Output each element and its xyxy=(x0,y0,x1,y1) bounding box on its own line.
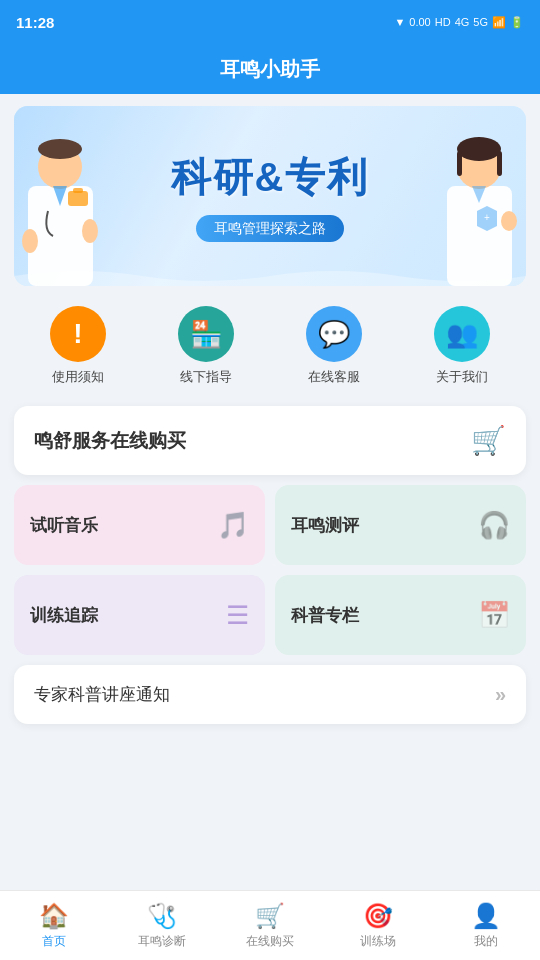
nav-home-label: 首页 xyxy=(42,933,66,950)
about-us-icon: 👥 xyxy=(434,306,490,362)
banner[interactable]: + 科研&专利 耳鸣管理探索之路 xyxy=(14,106,526,286)
banner-subtitle-box: 耳鸣管理探索之路 xyxy=(196,215,344,242)
training-nav-icon: 🎯 xyxy=(363,902,393,930)
diagnosis-icon: 🩺 xyxy=(147,902,177,930)
banner-main-text: 科研&专利 xyxy=(171,150,370,205)
tinnitus-eval-card[interactable]: 耳鸣测评 🎧 xyxy=(275,485,526,565)
main-content: + 科研&专利 耳鸣管理探索之路 ! 使用须知 🏪 xyxy=(0,94,540,890)
expert-notify-card[interactable]: 专家科普讲座通知 » xyxy=(14,665,526,724)
status-bar: 11:28 ▼ 0.00 HD 4G 5G 📶 🔋 xyxy=(0,0,540,44)
nav-diagnosis-label: 耳鸣诊断 xyxy=(138,933,186,950)
music-preview-card[interactable]: 试听音乐 🎵 xyxy=(14,485,265,565)
cart-icon: 🛒 xyxy=(471,424,506,457)
online-service-label: 在线客服 xyxy=(308,368,360,386)
card-row-2: 训练追踪 ☰ 科普专栏 📅 xyxy=(14,575,526,655)
music-icon: 🎵 xyxy=(217,510,249,541)
nav-shop[interactable]: 🛒 在线购买 xyxy=(216,902,324,950)
tinnitus-eval-text: 耳鸣测评 xyxy=(291,514,359,537)
banner-subtitle: 耳鸣管理探索之路 xyxy=(214,220,326,236)
buy-service-card[interactable]: 鸣舒服务在线购买 🛒 xyxy=(14,406,526,475)
quick-nav: ! 使用须知 🏪 线下指导 💬 在线客服 👥 关于我们 xyxy=(14,302,526,390)
eval-icon: 🎧 xyxy=(478,510,510,541)
expert-notify-text: 专家科普讲座通知 xyxy=(34,683,170,706)
music-preview-text: 试听音乐 xyxy=(30,514,98,537)
science-column-text: 科普专栏 xyxy=(291,604,359,627)
arrow-right-icon: » xyxy=(495,683,506,706)
profile-icon: 👤 xyxy=(471,902,501,930)
bottom-nav: 🏠 首页 🩺 耳鸣诊断 🛒 在线购买 🎯 训练场 👤 我的 xyxy=(0,890,540,960)
nav-diagnosis[interactable]: 🩺 耳鸣诊断 xyxy=(108,902,216,950)
nav-online-service[interactable]: 💬 在线客服 xyxy=(306,306,362,386)
nav-training-label: 训练场 xyxy=(360,933,396,950)
usage-guide-label: 使用须知 xyxy=(52,368,104,386)
buy-service-text: 鸣舒服务在线购买 xyxy=(34,428,186,454)
offline-guide-icon: 🏪 xyxy=(178,306,234,362)
online-service-icon: 💬 xyxy=(306,306,362,362)
training-track-card[interactable]: 训练追踪 ☰ xyxy=(14,575,265,655)
service-cards: 鸣舒服务在线购买 🛒 试听音乐 🎵 耳鸣测评 🎧 训练追踪 ☰ 科普专栏 📅 xyxy=(14,406,526,724)
offline-guide-label: 线下指导 xyxy=(180,368,232,386)
nav-training[interactable]: 🎯 训练场 xyxy=(324,902,432,950)
banner-center: 科研&专利 耳鸣管理探索之路 xyxy=(14,106,526,286)
app-title: 耳鸣小助手 xyxy=(220,56,320,83)
nav-offline-guide[interactable]: 🏪 线下指导 xyxy=(178,306,234,386)
app-header: 耳鸣小助手 xyxy=(0,44,540,94)
nav-home[interactable]: 🏠 首页 xyxy=(0,902,108,950)
science-icon: 📅 xyxy=(478,600,510,631)
training-icon: ☰ xyxy=(226,600,249,631)
nav-about-us[interactable]: 👥 关于我们 xyxy=(434,306,490,386)
science-column-card[interactable]: 科普专栏 📅 xyxy=(275,575,526,655)
shop-icon: 🛒 xyxy=(255,902,285,930)
status-time: 11:28 xyxy=(16,14,54,31)
nav-profile[interactable]: 👤 我的 xyxy=(432,902,540,950)
home-icon: 🏠 xyxy=(39,902,69,930)
nav-shop-label: 在线购买 xyxy=(246,933,294,950)
training-track-text: 训练追踪 xyxy=(30,604,98,627)
card-row-1: 试听音乐 🎵 耳鸣测评 🎧 xyxy=(14,485,526,565)
about-us-label: 关于我们 xyxy=(436,368,488,386)
status-icons: ▼ 0.00 HD 4G 5G 📶 🔋 xyxy=(394,16,524,29)
usage-guide-icon: ! xyxy=(50,306,106,362)
nav-profile-label: 我的 xyxy=(474,933,498,950)
nav-usage-guide[interactable]: ! 使用须知 xyxy=(50,306,106,386)
